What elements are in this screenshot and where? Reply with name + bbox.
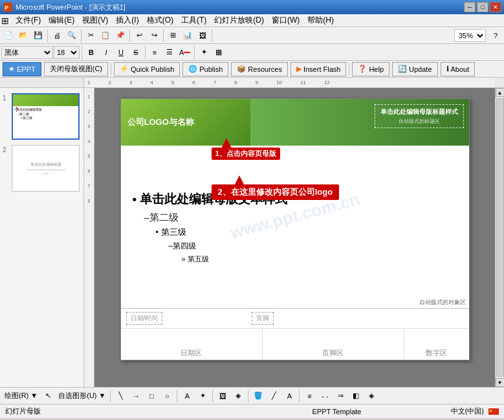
annotation-1-label: 1、点击内容页母版 <box>212 148 280 160</box>
close-master-button[interactable]: 关闭母版视图(C) <box>44 62 108 76</box>
cut-button[interactable]: ✂ <box>83 28 98 43</box>
align-left-button[interactable]: ≡ <box>148 45 162 60</box>
scroll-thumb-v[interactable] <box>496 98 504 377</box>
about-button[interactable]: ℹ About <box>441 62 476 76</box>
separator-5 <box>212 29 212 42</box>
update-label: Update <box>409 65 432 73</box>
copy-button[interactable]: 📋 <box>98 28 113 43</box>
footer-num-section: 数字区 <box>404 329 469 360</box>
title-bar: P Microsoft PowerPoint - [演示文稿1] ─ □ ✕ <box>0 0 504 14</box>
autoshapes-button[interactable]: 自选图形(U) ▼ <box>56 389 107 403</box>
rect-button[interactable]: □ <box>144 389 159 403</box>
new-button[interactable]: 📄 <box>1 28 16 43</box>
insert-art-button[interactable]: ✦ <box>197 45 211 60</box>
zoom-select[interactable]: 35% <box>454 29 486 42</box>
menu-insert[interactable]: 插入(I) <box>112 14 142 27</box>
minimize-button[interactable]: ─ <box>464 2 476 12</box>
font-select[interactable]: 黑体 <box>1 46 53 59</box>
paste-button[interactable]: 📌 <box>113 28 127 43</box>
publish-button[interactable]: 🌐 Publish <box>182 62 228 76</box>
header-right: 单击此处编辑母版标题样式 自动版式的标题区 <box>250 99 469 146</box>
zoom-dropdown[interactable]: 35% <box>452 28 488 43</box>
slide-thumb-2[interactable]: 2 单击此处编辑标题 — 文本 — <box>3 145 81 192</box>
font-color-draw-button[interactable]: A <box>282 389 296 403</box>
slide-thumb-1[interactable]: 1 • 单击此处编辑母版 –第二级 • 第三级 ↑ <box>3 93 81 140</box>
plugin-sep-1 <box>111 63 111 76</box>
close-button[interactable]: ✕ <box>490 2 501 12</box>
font-color-button[interactable]: A <box>177 45 192 60</box>
separator-4 <box>163 29 164 42</box>
line-color-button[interactable]: ╱ <box>267 389 281 403</box>
about-label: About <box>451 65 470 73</box>
app-icon: P <box>3 2 13 12</box>
italic-button[interactable]: I <box>99 45 113 60</box>
font-size-select[interactable]: 18 <box>54 46 80 59</box>
scroll-up-button[interactable]: ▲ <box>496 88 505 97</box>
update-icon: 🔄 <box>398 65 407 73</box>
wordart-button[interactable]: ✦ <box>195 389 210 403</box>
line-button[interactable]: ╲ <box>113 389 127 403</box>
bullet-4: –第四级 <box>169 241 457 252</box>
fill-color-button[interactable]: 🪣 <box>251 389 265 403</box>
ruler-h: 123456789101112 <box>84 78 495 87</box>
resources-button[interactable]: 📦 Resources <box>231 62 288 76</box>
mini-content: • 单击此处编辑母版 –第二级 • 第三级 <box>13 106 78 122</box>
select-button[interactable]: ↖ <box>41 389 55 403</box>
window-title: Microsoft PowerPoint - [演示文稿1] <box>16 3 464 12</box>
strikethrough-button[interactable]: S <box>129 45 143 60</box>
menu-help[interactable]: 帮助(H) <box>303 14 338 27</box>
svg-text:P: P <box>5 5 8 11</box>
insert-chart-button[interactable]: 📊 <box>181 28 195 43</box>
quick-publish-button[interactable]: ⚡ Quick Publish <box>114 62 180 76</box>
maximize-button[interactable]: □ <box>477 2 488 12</box>
lang-flag: ★ <box>488 408 499 415</box>
menu-view[interactable]: 视图(V) <box>78 14 112 27</box>
scrollbar-v[interactable]: ▲ ▼ <box>495 88 504 387</box>
slide-panel[interactable]: 1 • 单击此处编辑母版 –第二级 • 第三级 ↑ 2 单击此处编辑标题 — 文… <box>0 88 84 387</box>
update-button[interactable]: 🔄 Update <box>392 62 437 76</box>
title-placeholder: 单击此处编辑母版标题样式 自动版式的标题区 <box>375 104 464 128</box>
footer-date-section: 日期区 <box>121 329 263 360</box>
menu-tools[interactable]: 工具(T) <box>177 14 210 27</box>
help-plugin-button[interactable]: ❓ Help <box>352 62 389 76</box>
menu-slideshow[interactable]: 幻灯片放映(D) <box>210 14 268 27</box>
logo-text: 公司LOGO与名称 <box>127 116 194 128</box>
clipart-button[interactable]: 🖼 <box>215 389 230 403</box>
undo-button[interactable]: ↩ <box>132 28 146 43</box>
scroll-down-button[interactable]: ▼ <box>496 378 505 387</box>
arrow-style-button[interactable]: ⇒ <box>333 389 347 403</box>
thumb-arrow-1: ↑ <box>14 104 19 114</box>
align-center-button[interactable]: ☰ <box>162 45 177 60</box>
dash-style-button[interactable]: - - <box>318 389 332 403</box>
oval-button[interactable]: ○ <box>160 389 174 403</box>
draw-button[interactable]: 绘图(R) ▼ <box>3 389 39 403</box>
layout-button[interactable]: ▦ <box>212 45 226 60</box>
print-button[interactable]: 🖨 <box>50 28 64 43</box>
preview-button[interactable]: 🔍 <box>65 28 79 43</box>
menu-file[interactable]: 文件(F) <box>12 14 45 27</box>
insert-flash-button[interactable]: ▶ Insert Flash <box>290 62 346 76</box>
3d-button[interactable]: ◈ <box>364 389 378 403</box>
help-button[interactable]: ? <box>488 28 503 43</box>
menu-format[interactable]: 格式(O) <box>143 14 177 27</box>
line-style-button[interactable]: ≡ <box>302 389 316 403</box>
open-button[interactable]: 📂 <box>16 28 30 43</box>
diagram-button[interactable]: ◈ <box>231 389 245 403</box>
shadow-button[interactable]: ◧ <box>349 389 363 403</box>
ruler-corner <box>0 78 84 87</box>
save-button[interactable]: 💾 <box>31 28 45 43</box>
publish-label: Publish <box>199 65 223 73</box>
insert-picture-button[interactable]: 🖼 <box>195 28 210 43</box>
menu-edit[interactable]: 编辑(E) <box>45 14 78 27</box>
insert-table-button[interactable]: ⊞ <box>166 28 180 43</box>
slide2-content: 单击此处编辑标题 — 文本 — <box>27 162 65 175</box>
ruler-v: 12345678 <box>84 88 94 387</box>
textbox-button[interactable]: A <box>180 389 194 403</box>
redo-button[interactable]: ↪ <box>147 28 161 43</box>
menu-window[interactable]: 窗口(W) <box>268 14 303 27</box>
bullet-3: • 第三级 <box>156 227 457 238</box>
arrow-button[interactable]: → <box>129 389 143 403</box>
eppt-button[interactable]: ★ EPPT <box>3 62 41 76</box>
bold-button[interactable]: B <box>84 45 98 60</box>
underline-button[interactable]: U <box>114 45 128 60</box>
